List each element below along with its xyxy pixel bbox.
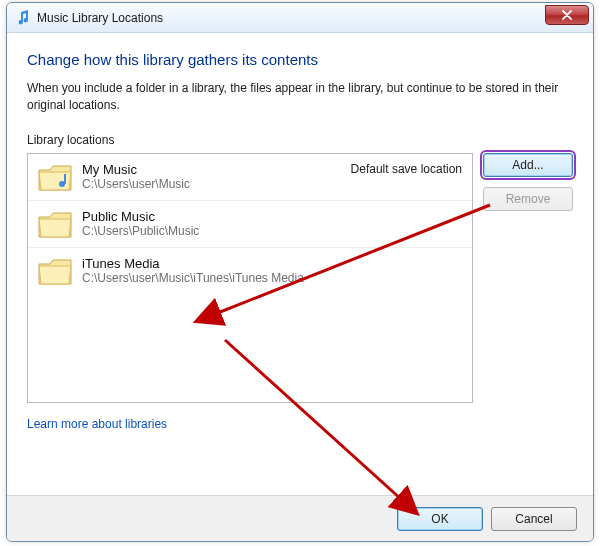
library-locations-list[interactable]: My Music C:\Users\user\Music Default sav… [27,153,473,403]
dialog-window: Music Library Locations Change how this … [6,2,594,542]
folder-icon [38,256,72,286]
location-path: C:\Users\Public\Music [82,224,199,238]
close-icon [561,10,573,20]
cancel-button[interactable]: Cancel [491,507,577,531]
description-text: When you include a folder in a library, … [27,80,573,115]
remove-button: Remove [483,187,573,211]
folder-music-icon [38,162,72,192]
ok-button[interactable]: OK [397,507,483,531]
default-save-tag: Default save location [351,162,462,176]
location-name: Public Music [82,209,199,224]
location-path: C:\Users\user\Music\iTunes\iTunes Media [82,271,304,285]
window-title: Music Library Locations [37,11,163,25]
page-heading: Change how this library gathers its cont… [27,51,573,68]
section-label: Library locations [27,133,573,147]
dialog-content: Change how this library gathers its cont… [7,33,593,445]
add-button[interactable]: Add... [483,153,573,177]
location-item[interactable]: Public Music C:\Users\Public\Music [28,201,472,248]
location-item[interactable]: iTunes Media C:\Users\user\Music\iTunes\… [28,248,472,294]
music-note-icon [15,10,31,26]
svg-rect-1 [64,174,66,184]
titlebar: Music Library Locations [7,3,593,33]
close-button[interactable] [545,5,589,25]
learn-more-link[interactable]: Learn more about libraries [27,417,167,431]
location-name: My Music [82,162,190,177]
location-path: C:\Users\user\Music [82,177,190,191]
location-item[interactable]: My Music C:\Users\user\Music Default sav… [28,154,472,201]
dialog-footer: OK Cancel [7,495,593,541]
folder-icon [38,209,72,239]
location-name: iTunes Media [82,256,304,271]
